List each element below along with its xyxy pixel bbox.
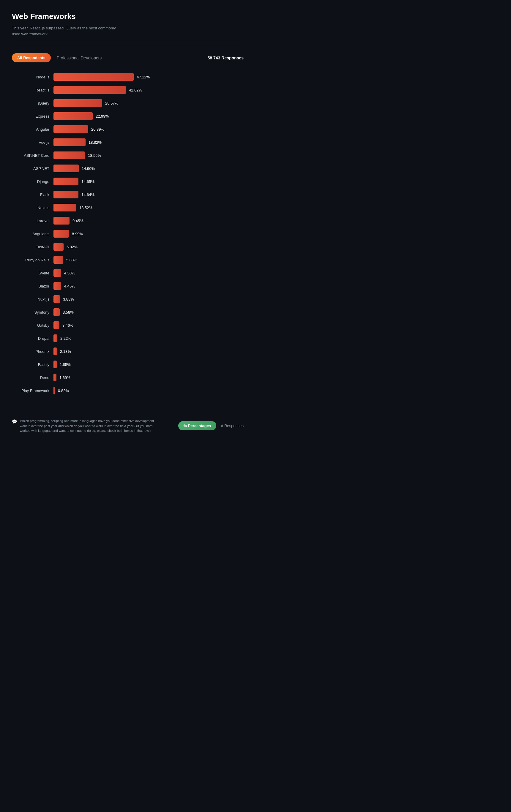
chart-row: Angular20.39% [12, 125, 244, 133]
chart-row: Ruby on Rails5.83% [12, 256, 244, 264]
bar-container: 14.90% [54, 165, 244, 172]
bar [54, 269, 61, 277]
bar-percentage: 1.69% [59, 375, 70, 380]
bar-container: 3.83% [54, 295, 244, 303]
bar-label: Anguler.js [12, 232, 54, 236]
bar-percentage: 18.56% [88, 153, 101, 158]
bar-label: Symfony [12, 310, 54, 315]
bar-percentage: 2.13% [60, 349, 71, 354]
bar-container: 3.46% [54, 321, 244, 329]
bar-container: 8.99% [54, 230, 244, 238]
bar [54, 282, 61, 290]
bar [54, 165, 79, 172]
chart-row: ASP.NET Core18.56% [12, 151, 244, 159]
chart-row: Drupal2.22% [12, 335, 244, 342]
bar-label: Play Framework [12, 388, 54, 393]
chart-row: jQuery28.57% [12, 99, 244, 107]
bar-container: 3.58% [54, 308, 244, 316]
bar-container: 28.57% [54, 99, 244, 107]
bar-percentage: 0.82% [58, 388, 69, 393]
chart-row: Nuxt.js3.83% [12, 295, 244, 303]
bar-container: 5.83% [54, 256, 244, 264]
bar-container: 4.58% [54, 269, 244, 277]
bar-percentage: 13.52% [79, 205, 92, 210]
chart-row: Anguler.js8.99% [12, 230, 244, 238]
chart-row: Phoenix2.13% [12, 347, 244, 355]
bar-percentage: 20.39% [91, 127, 104, 132]
bar-label: Node.js [12, 75, 54, 79]
page-subtitle: This year, React. js surpassed jQuery as… [12, 25, 119, 37]
bar-label: ASP.NET Core [12, 153, 54, 158]
bar [54, 86, 126, 94]
professional-developers-label: Professional Developers [57, 56, 102, 60]
bar-label: jQuery [12, 101, 54, 106]
bar-percentage: 22.99% [96, 114, 109, 118]
responses-button[interactable]: # Responses [221, 424, 244, 428]
bar-percentage: 3.83% [63, 297, 74, 301]
chart-row: Vue.js18.82% [12, 138, 244, 146]
bar-container: 47.12% [54, 73, 244, 81]
footer-buttons: % Percentages # Responses [178, 421, 244, 430]
bar [54, 138, 86, 146]
bar-container: 1.85% [54, 360, 244, 368]
bar-label: Ruby on Rails [12, 258, 54, 262]
bar-label: Django [12, 179, 54, 184]
bar-container: 42.62% [54, 86, 244, 94]
bar [54, 360, 57, 368]
bar [54, 295, 60, 303]
percentages-button[interactable]: % Percentages [178, 421, 217, 430]
chart-row: React.js42.62% [12, 86, 244, 94]
chart-area: Node.js47.12%React.js42.62%jQuery28.57%E… [12, 73, 244, 412]
responses-count: 58,743 Responses [208, 56, 244, 60]
bar [54, 374, 56, 381]
bar-percentage: 1.85% [60, 362, 71, 367]
chart-row: Express22.99% [12, 112, 244, 120]
bar [54, 230, 69, 238]
chart-row: Blazor4.46% [12, 282, 244, 290]
bar-label: Laravel [12, 219, 54, 223]
bar-container: 2.22% [54, 335, 244, 342]
bar-label: Vue.js [12, 140, 54, 145]
bar-percentage: 14.65% [81, 179, 94, 184]
bar-container: 14.64% [54, 191, 244, 198]
bar-container: 20.39% [54, 125, 244, 133]
bar-label: Gatsby [12, 323, 54, 327]
bar-container: 4.46% [54, 282, 244, 290]
bar [54, 387, 55, 395]
bar-percentage: 2.22% [60, 336, 71, 341]
bar-container: 13.52% [54, 204, 244, 211]
bar-label: Blazor [12, 284, 54, 288]
question-icon: 💬 [12, 419, 17, 424]
bar-container: 0.82% [54, 387, 244, 395]
chart-row: ASP.NET14.90% [12, 165, 244, 172]
bar [54, 125, 88, 133]
chart-row: Deno1.69% [12, 374, 244, 381]
bar-label: Deno [12, 375, 54, 380]
bar-container: 14.65% [54, 178, 244, 185]
bar [54, 112, 93, 120]
bar [54, 191, 79, 198]
all-respondents-button[interactable]: All Respndents [12, 53, 51, 62]
divider [12, 46, 244, 46]
bar [54, 347, 57, 355]
chart-row: Django14.65% [12, 178, 244, 185]
bar-container: 1.69% [54, 374, 244, 381]
bar-container: 6.02% [54, 243, 244, 251]
chart-row: Node.js47.12% [12, 73, 244, 81]
bar [54, 308, 60, 316]
bar-label: React.js [12, 88, 54, 92]
chart-row: Gatsby3.46% [12, 321, 244, 329]
bar-percentage: 6.02% [66, 245, 78, 249]
bar-container: 22.99% [54, 112, 244, 120]
bar-container: 2.13% [54, 347, 244, 355]
bar-label: Nuxt.js [12, 297, 54, 301]
chart-row: Next.js13.52% [12, 204, 244, 211]
footer: 💬 Which programming, scripting and marku… [0, 412, 256, 440]
bar [54, 178, 79, 185]
bar-percentage: 28.57% [105, 101, 118, 106]
bar-label: Drupal [12, 336, 54, 341]
bar [54, 204, 76, 211]
chart-row: Symfony3.58% [12, 308, 244, 316]
bar-percentage: 42.62% [129, 88, 142, 92]
bar-percentage: 9.45% [73, 219, 84, 223]
